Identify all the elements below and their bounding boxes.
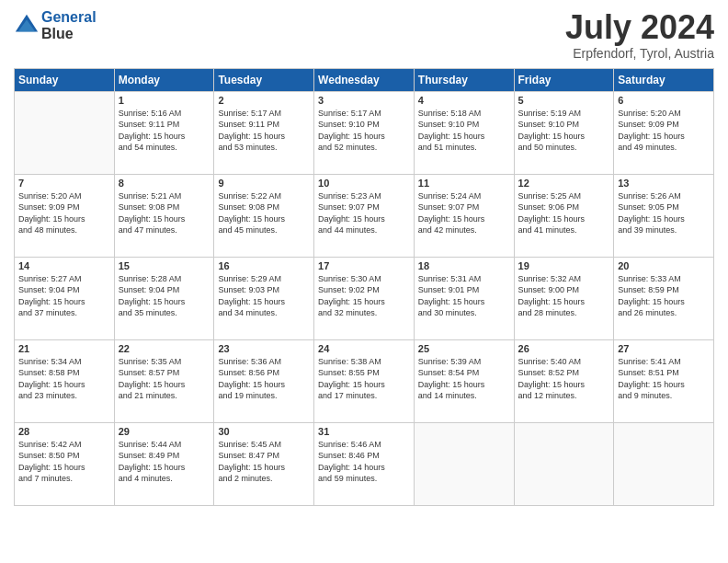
day-number: 3	[318, 95, 410, 106]
calendar-cell: 31Sunrise: 5:46 AMSunset: 8:46 PMDayligh…	[314, 422, 415, 505]
logo-icon	[14, 13, 40, 39]
day-info: Sunrise: 5:30 AMSunset: 9:02 PMDaylight:…	[318, 273, 410, 319]
day-number: 27	[618, 343, 710, 354]
calendar-cell: 21Sunrise: 5:34 AMSunset: 8:58 PMDayligh…	[15, 339, 115, 422]
day-info: Sunrise: 5:29 AMSunset: 9:03 PMDaylight:…	[218, 273, 310, 319]
day-info: Sunrise: 5:20 AMSunset: 9:09 PMDaylight:…	[618, 108, 710, 154]
day-number: 6	[618, 95, 710, 106]
calendar-cell: 30Sunrise: 5:45 AMSunset: 8:47 PMDayligh…	[214, 422, 314, 505]
day-number: 19	[518, 260, 610, 271]
calendar-cell: 17Sunrise: 5:30 AMSunset: 9:02 PMDayligh…	[314, 257, 415, 339]
day-number: 15	[119, 260, 210, 271]
day-info: Sunrise: 5:38 AMSunset: 8:55 PMDaylight:…	[318, 356, 410, 402]
day-number: 25	[418, 343, 510, 354]
calendar-cell: 9Sunrise: 5:22 AMSunset: 9:08 PMDaylight…	[214, 174, 314, 257]
day-info: Sunrise: 5:27 AMSunset: 9:04 PMDaylight:…	[18, 273, 110, 319]
page-container: General Blue July 2024 Erpfendorf, Tyrol…	[0, 0, 728, 511]
day-info: Sunrise: 5:40 AMSunset: 8:52 PMDaylight:…	[518, 356, 610, 402]
day-number: 13	[618, 178, 710, 189]
calendar-cell: 1Sunrise: 5:16 AMSunset: 9:11 PMDaylight…	[114, 91, 214, 174]
calendar-week-3: 14Sunrise: 5:27 AMSunset: 9:04 PMDayligh…	[15, 257, 714, 339]
day-number: 12	[518, 178, 610, 189]
day-info: Sunrise: 5:24 AMSunset: 9:07 PMDaylight:…	[418, 190, 510, 236]
calendar-cell: 14Sunrise: 5:27 AMSunset: 9:04 PMDayligh…	[15, 257, 115, 339]
day-info: Sunrise: 5:20 AMSunset: 9:09 PMDaylight:…	[18, 190, 110, 236]
calendar-cell: 4Sunrise: 5:18 AMSunset: 9:10 PMDaylight…	[414, 91, 514, 174]
col-thursday: Thursday	[414, 68, 514, 91]
calendar-cell: 11Sunrise: 5:24 AMSunset: 9:07 PMDayligh…	[414, 174, 514, 257]
day-info: Sunrise: 5:18 AMSunset: 9:10 PMDaylight:…	[418, 108, 510, 154]
day-info: Sunrise: 5:39 AMSunset: 8:54 PMDaylight:…	[418, 356, 510, 402]
day-number: 28	[18, 426, 110, 437]
col-monday: Monday	[114, 68, 214, 91]
day-number: 2	[218, 95, 310, 106]
day-number: 29	[119, 426, 210, 437]
day-number: 16	[218, 260, 310, 271]
day-info: Sunrise: 5:32 AMSunset: 9:00 PMDaylight:…	[518, 273, 610, 319]
header: General Blue July 2024 Erpfendorf, Tyrol…	[14, 9, 714, 61]
day-number: 7	[18, 178, 110, 189]
calendar-cell: 18Sunrise: 5:31 AMSunset: 9:01 PMDayligh…	[414, 257, 514, 339]
calendar-table: Sunday Monday Tuesday Wednesday Thursday…	[14, 68, 714, 506]
logo: General Blue	[14, 9, 97, 41]
day-number: 5	[518, 95, 610, 106]
calendar-cell: 6Sunrise: 5:20 AMSunset: 9:09 PMDaylight…	[614, 91, 714, 174]
day-info: Sunrise: 5:17 AMSunset: 9:10 PMDaylight:…	[318, 108, 410, 154]
calendar-cell: 16Sunrise: 5:29 AMSunset: 9:03 PMDayligh…	[214, 257, 314, 339]
day-info: Sunrise: 5:46 AMSunset: 8:46 PMDaylight:…	[318, 439, 410, 485]
calendar-cell: 29Sunrise: 5:44 AMSunset: 8:49 PMDayligh…	[114, 422, 214, 505]
day-info: Sunrise: 5:28 AMSunset: 9:04 PMDaylight:…	[119, 273, 210, 319]
day-number: 31	[318, 426, 410, 437]
calendar-cell	[414, 422, 514, 505]
calendar-cell: 12Sunrise: 5:25 AMSunset: 9:06 PMDayligh…	[514, 174, 614, 257]
day-info: Sunrise: 5:45 AMSunset: 8:47 PMDaylight:…	[218, 439, 310, 485]
calendar-week-1: 1Sunrise: 5:16 AMSunset: 9:11 PMDaylight…	[15, 91, 714, 174]
calendar-cell	[15, 91, 115, 174]
day-info: Sunrise: 5:33 AMSunset: 8:59 PMDaylight:…	[618, 273, 710, 319]
day-number: 24	[318, 343, 410, 354]
day-number: 4	[418, 95, 510, 106]
day-info: Sunrise: 5:41 AMSunset: 8:51 PMDaylight:…	[618, 356, 710, 402]
title-area: July 2024 Erpfendorf, Tyrol, Austria	[565, 9, 714, 61]
day-number: 1	[119, 95, 210, 106]
calendar-cell: 10Sunrise: 5:23 AMSunset: 9:07 PMDayligh…	[314, 174, 415, 257]
day-info: Sunrise: 5:16 AMSunset: 9:11 PMDaylight:…	[119, 108, 210, 154]
calendar-cell: 25Sunrise: 5:39 AMSunset: 8:54 PMDayligh…	[414, 339, 514, 422]
calendar-cell	[614, 422, 714, 505]
calendar-cell: 28Sunrise: 5:42 AMSunset: 8:50 PMDayligh…	[15, 422, 115, 505]
calendar-cell: 5Sunrise: 5:19 AMSunset: 9:10 PMDaylight…	[514, 91, 614, 174]
day-number: 20	[618, 260, 710, 271]
calendar-cell: 7Sunrise: 5:20 AMSunset: 9:09 PMDaylight…	[15, 174, 115, 257]
day-info: Sunrise: 5:35 AMSunset: 8:57 PMDaylight:…	[119, 356, 210, 402]
day-number: 30	[218, 426, 310, 437]
day-number: 8	[119, 178, 210, 189]
col-tuesday: Tuesday	[214, 68, 314, 91]
day-info: Sunrise: 5:23 AMSunset: 9:07 PMDaylight:…	[318, 190, 410, 236]
day-info: Sunrise: 5:31 AMSunset: 9:01 PMDaylight:…	[418, 273, 510, 319]
calendar-week-4: 21Sunrise: 5:34 AMSunset: 8:58 PMDayligh…	[15, 339, 714, 422]
calendar-cell: 26Sunrise: 5:40 AMSunset: 8:52 PMDayligh…	[514, 339, 614, 422]
calendar-cell: 23Sunrise: 5:36 AMSunset: 8:56 PMDayligh…	[214, 339, 314, 422]
logo-text: General Blue	[41, 9, 97, 41]
day-info: Sunrise: 5:26 AMSunset: 9:05 PMDaylight:…	[618, 190, 710, 236]
calendar-cell: 22Sunrise: 5:35 AMSunset: 8:57 PMDayligh…	[114, 339, 214, 422]
calendar-cell: 20Sunrise: 5:33 AMSunset: 8:59 PMDayligh…	[614, 257, 714, 339]
calendar-cell: 27Sunrise: 5:41 AMSunset: 8:51 PMDayligh…	[614, 339, 714, 422]
day-info: Sunrise: 5:44 AMSunset: 8:49 PMDaylight:…	[119, 439, 210, 485]
day-number: 26	[518, 343, 610, 354]
day-number: 17	[318, 260, 410, 271]
calendar-cell: 13Sunrise: 5:26 AMSunset: 9:05 PMDayligh…	[614, 174, 714, 257]
day-number: 11	[418, 178, 510, 189]
header-row: Sunday Monday Tuesday Wednesday Thursday…	[15, 68, 714, 91]
calendar-week-5: 28Sunrise: 5:42 AMSunset: 8:50 PMDayligh…	[15, 422, 714, 505]
col-sunday: Sunday	[15, 68, 115, 91]
location: Erpfendorf, Tyrol, Austria	[565, 46, 714, 61]
day-info: Sunrise: 5:19 AMSunset: 9:10 PMDaylight:…	[518, 108, 610, 154]
col-saturday: Saturday	[614, 68, 714, 91]
col-wednesday: Wednesday	[314, 68, 415, 91]
col-friday: Friday	[514, 68, 614, 91]
calendar-cell: 24Sunrise: 5:38 AMSunset: 8:55 PMDayligh…	[314, 339, 415, 422]
day-number: 23	[218, 343, 310, 354]
calendar-cell: 8Sunrise: 5:21 AMSunset: 9:08 PMDaylight…	[114, 174, 214, 257]
day-number: 22	[119, 343, 210, 354]
